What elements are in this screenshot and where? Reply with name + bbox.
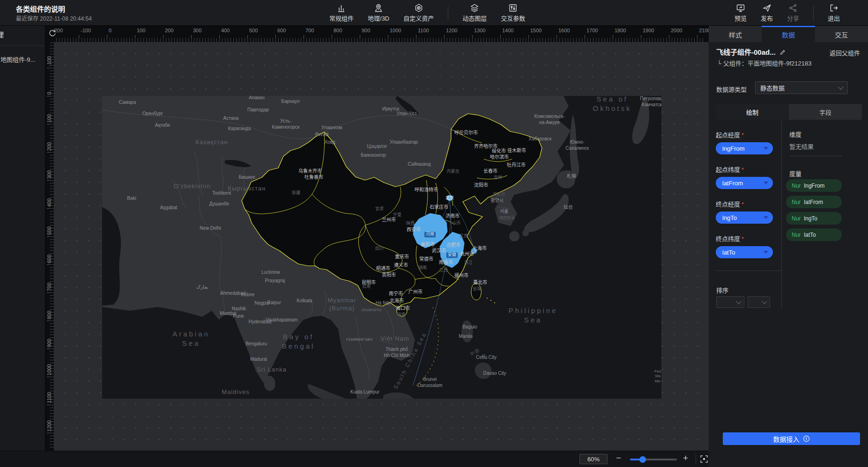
v-ruler-label: 700	[46, 283, 52, 291]
zoom-level-input[interactable]: 60%	[579, 454, 608, 464]
required-mark: *	[742, 131, 744, 139]
dimension-empty-text: 暂无结果	[789, 142, 814, 151]
component-name: 飞线子组件-00ad...	[716, 47, 776, 57]
sort-select-2[interactable]	[748, 296, 770, 308]
horizontal-ruler[interactable]: -200-10001002003004005006007008009001000…	[54, 26, 709, 42]
field-select-lngFrom[interactable]: lngFrom	[716, 142, 773, 154]
h-ruler-label: 600	[277, 28, 286, 33]
top-bar: 各类组件的说明 最近保存 2022-11-08 20:44:54 常规组件地理/…	[0, 0, 868, 26]
tool-sliders[interactable]: 交互参数	[501, 3, 525, 22]
data-access-button[interactable]: 数据接入	[723, 432, 860, 445]
action-preview-monitor[interactable]: 预览	[734, 3, 747, 22]
v-ruler-label: 300	[46, 170, 52, 179]
vertical-ruler[interactable]: -100010020030040050060070080090010001100…	[45, 42, 54, 451]
field-select-latFrom[interactable]: latFrom	[716, 177, 773, 189]
tab-交互[interactable]: 交互	[815, 26, 868, 42]
zoom-out-button[interactable]: −	[616, 453, 621, 463]
edit-pencil-icon[interactable]	[779, 49, 786, 55]
datasource-type-value: 静态数据	[760, 83, 785, 92]
back-to-parent-link[interactable]: 返回父组件	[830, 48, 860, 57]
block-tab-字段[interactable]: 字段	[789, 104, 862, 120]
h-ruler-label: 100	[137, 28, 145, 33]
bottom-bar-divider	[696, 454, 696, 465]
tool-label: 地理/3D	[368, 14, 389, 22]
zoom-slider[interactable]	[630, 459, 677, 460]
action-publish-plane[interactable]: 发布	[761, 3, 773, 22]
chevron-down-icon	[838, 84, 843, 89]
h-ruler-label: 1000	[390, 28, 401, 33]
field-value: latFrom	[722, 180, 743, 187]
tool-label: 常规组件	[329, 14, 354, 22]
action-exit[interactable]: 退出	[828, 3, 840, 22]
zoom-slider-thumb[interactable]	[639, 456, 646, 463]
tab-数据[interactable]: 数据	[762, 26, 815, 42]
circle-back-icon	[803, 435, 810, 442]
share-nodes-icon	[788, 3, 798, 13]
sort-divider	[716, 270, 781, 271]
h-ruler-label: 700	[305, 28, 314, 33]
draw-fields: 起点经度*lngFrom起点纬度*latFrom终点经度*lngTo终点纬度*l…	[716, 120, 781, 258]
v-ruler-label: 900	[46, 339, 52, 347]
action-share-nodes[interactable]: 分享	[787, 3, 799, 22]
panel-tabs: 样式数据交互	[709, 26, 868, 42]
tool-bar-chart[interactable]: 常规组件	[329, 3, 354, 22]
tool-geo-pin[interactable]: 地理/3D	[368, 3, 389, 22]
h-ruler-label: 1400	[502, 28, 513, 33]
preview-monitor-icon	[736, 3, 745, 13]
sort-label: 排序	[716, 285, 728, 294]
h-ruler-label: 1100	[418, 28, 429, 33]
editor-canvas[interactable]: Sea of OkhotskPhilippine SeaArabian SeaB…	[54, 42, 709, 451]
action-label: 分享	[787, 14, 799, 22]
tab-样式[interactable]: 样式	[709, 26, 762, 42]
field-label: 起点纬度*	[716, 165, 781, 174]
measure-pill-latTo[interactable]: NurlatTo	[786, 228, 842, 241]
measure-list: NurlngFromNurlatFromNurlngToNurlatTo	[786, 179, 847, 245]
dimension-divider	[789, 156, 842, 156]
rotate-canvas-icon[interactable]	[48, 29, 57, 37]
chevron-down-icon	[736, 299, 741, 304]
v-ruler-label: 1200	[46, 420, 52, 431]
measure-pill-latFrom[interactable]: NurlatFrom	[786, 196, 842, 208]
sort-select-1[interactable]	[716, 296, 744, 308]
tool-label: 动态图层	[462, 14, 487, 22]
app-root: { "colors": { "accent":"#2f6cf6", "accen…	[0, 0, 868, 467]
chevron-down-icon	[762, 299, 767, 304]
world-map-graphic	[102, 96, 661, 399]
measure-pill-lngFrom[interactable]: NurlngFrom	[786, 179, 842, 192]
bottom-bar: 60% − +	[0, 451, 709, 467]
measure-tag: Nur	[792, 199, 801, 205]
toolbar-component-groups: 常规组件地理/3D自定义资产动态图层交互参数	[329, 0, 525, 26]
field-select-lngTo[interactable]: lngTo	[716, 212, 773, 224]
fit-to-screen-icon[interactable]	[700, 455, 708, 463]
layers-sidebar: 理 地图组件-9...	[0, 26, 45, 451]
parent-component-label: └ 父组件：平面地图组件-9f212183	[717, 58, 811, 67]
measure-tag: Nur	[792, 232, 801, 238]
h-ruler-label: 2000	[671, 28, 682, 33]
block-tab-绘制[interactable]: 绘制	[716, 104, 789, 120]
column-divider	[781, 120, 782, 309]
h-ruler-label: 1900	[643, 28, 654, 33]
h-ruler-label: 800	[334, 28, 342, 33]
zoom-in-button[interactable]: +	[683, 453, 688, 463]
required-mark: *	[742, 166, 744, 173]
h-ruler-label: 300	[193, 28, 201, 33]
tool-layers[interactable]: 动态图层	[462, 3, 487, 22]
exit-icon	[829, 3, 838, 13]
datasource-type-select[interactable]: 静态数据	[755, 81, 848, 94]
measure-pill-lngTo[interactable]: NurlngTo	[786, 212, 842, 225]
tool-hexagon-asset[interactable]: 自定义资产	[403, 3, 434, 22]
publish-plane-icon	[762, 3, 772, 13]
last-saved-timestamp: 最近保存 2022-11-08 20:44:54	[16, 14, 92, 22]
sidebar-header-fragment: 理	[0, 29, 4, 39]
h-ruler-label: 1200	[446, 28, 457, 33]
action-label: 退出	[828, 14, 840, 22]
toolbar-divider	[813, 6, 814, 20]
config-panel: 样式数据交互 飞线子组件-00ad... 返回父组件 └ 父组件：平面地图组件-…	[709, 26, 868, 467]
v-ruler-label: 800	[46, 311, 52, 319]
map-artboard[interactable]: Sea of OkhotskPhilippine SeaArabian SeaB…	[102, 96, 661, 399]
geo-pin-icon	[374, 3, 383, 13]
field-select-latTo[interactable]: latTo	[716, 246, 773, 258]
action-label: 发布	[761, 14, 773, 22]
h-ruler-label: 2100	[699, 28, 709, 33]
sidebar-item-map-component[interactable]: 地图组件-9...	[0, 55, 35, 64]
